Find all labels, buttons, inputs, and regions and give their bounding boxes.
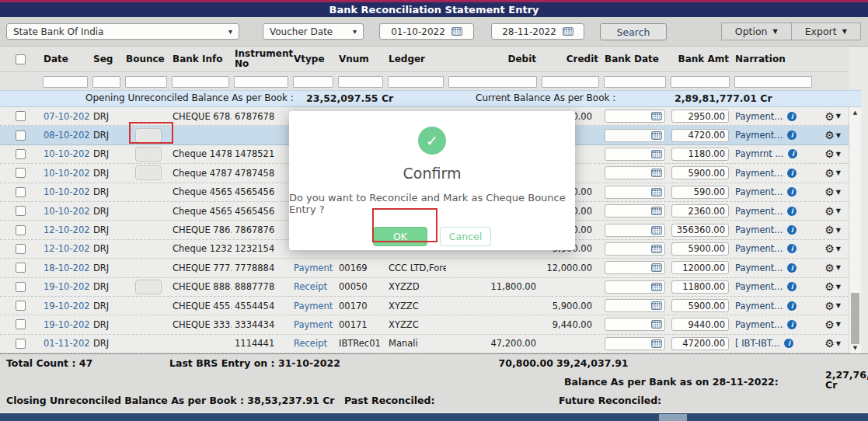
- vtype-cell[interactable]: Receipt: [291, 278, 336, 296]
- calendar-icon[interactable]: [651, 207, 662, 215]
- bank-date-input[interactable]: [605, 261, 665, 274]
- gear-icon[interactable]: ⚙: [824, 148, 835, 159]
- column-filter-input[interactable]: [43, 76, 88, 88]
- caret-down-icon[interactable]: ▼: [836, 245, 841, 252]
- caret-down-icon[interactable]: ▼: [836, 227, 841, 234]
- scroll-up-icon[interactable]: ▲: [849, 110, 861, 116]
- row-checkbox[interactable]: [16, 130, 26, 141]
- bank-amt-input[interactable]: 5900.00: [671, 299, 729, 312]
- date-cell[interactable]: 08-10-2022: [40, 126, 90, 144]
- bank-date-input[interactable]: [605, 166, 665, 179]
- calendar-icon[interactable]: [563, 27, 573, 36]
- bank-date-input[interactable]: [605, 337, 665, 350]
- scroll-down-icon[interactable]: ▼: [849, 345, 861, 351]
- gear-icon[interactable]: ⚙: [824, 281, 835, 292]
- caret-down-icon[interactable]: ▼: [836, 207, 841, 214]
- bounce-button[interactable]: [135, 165, 162, 180]
- bank-amt-input[interactable]: 12000.00: [671, 261, 729, 274]
- calendar-icon[interactable]: [651, 339, 662, 348]
- info-icon[interactable]: i: [787, 169, 797, 178]
- column-filter-input[interactable]: [604, 76, 666, 88]
- row-checkbox[interactable]: [16, 339, 26, 349]
- caret-down-icon[interactable]: ▼: [836, 113, 841, 120]
- calendar-icon[interactable]: [651, 188, 662, 197]
- bank-amt-input[interactable]: 9440.00: [671, 318, 729, 331]
- gear-icon[interactable]: ⚙: [824, 263, 835, 273]
- info-icon[interactable]: i: [787, 301, 797, 311]
- bank-date-input[interactable]: [605, 280, 665, 294]
- bank-date-input[interactable]: [605, 129, 665, 142]
- date-cell[interactable]: 12-10-2022: [40, 221, 90, 238]
- date-cell[interactable]: 19-10-2022: [40, 297, 90, 315]
- calendar-icon[interactable]: [651, 169, 662, 177]
- hscroll-thumb[interactable]: [659, 414, 687, 421]
- date-cell[interactable]: 12-10-2022: [40, 240, 90, 258]
- calendar-icon[interactable]: [651, 150, 662, 158]
- gear-icon[interactable]: ⚙: [824, 168, 835, 179]
- caret-down-icon[interactable]: ▼: [836, 302, 841, 309]
- info-icon[interactable]: i: [787, 187, 797, 197]
- bounce-button[interactable]: [135, 147, 162, 162]
- gear-icon[interactable]: ⚙: [824, 111, 835, 122]
- caret-down-icon[interactable]: ▼: [836, 151, 841, 158]
- caret-down-icon[interactable]: ▼: [836, 189, 841, 196]
- column-filter-input[interactable]: [92, 76, 120, 88]
- bank-date-input[interactable]: [605, 148, 665, 161]
- row-checkbox[interactable]: [16, 319, 26, 329]
- date-cell[interactable]: 10-10-2022: [40, 183, 90, 201]
- search-button[interactable]: Search: [600, 23, 667, 40]
- vtype-cell[interactable]: Receipt: [291, 335, 336, 353]
- row-checkbox[interactable]: [16, 225, 26, 235]
- to-date-input[interactable]: 28-11-2022: [491, 23, 584, 40]
- info-icon[interactable]: i: [787, 112, 797, 121]
- gear-icon[interactable]: ⚙: [824, 130, 835, 141]
- row-checkbox[interactable]: [16, 263, 26, 273]
- bank-amt-input[interactable]: 11800.00: [671, 280, 729, 294]
- column-filter-input[interactable]: [388, 76, 444, 88]
- calendar-icon[interactable]: [651, 131, 662, 140]
- row-checkbox[interactable]: [16, 111, 26, 121]
- vtype-cell[interactable]: Payment: [291, 297, 336, 315]
- caret-down-icon[interactable]: ▼: [836, 321, 841, 328]
- bank-date-input[interactable]: [605, 242, 665, 256]
- calendar-icon[interactable]: [651, 283, 662, 291]
- calendar-icon[interactable]: [651, 245, 662, 253]
- row-checkbox[interactable]: [16, 149, 26, 159]
- option-menu-button[interactable]: Option ▼: [722, 23, 791, 40]
- date-cell[interactable]: 10-10-2022: [40, 145, 90, 163]
- bank-amt-input[interactable]: 5900.00: [671, 242, 729, 256]
- bank-date-input[interactable]: [605, 110, 665, 123]
- info-icon[interactable]: i: [787, 320, 797, 329]
- info-icon[interactable]: i: [788, 149, 797, 158]
- column-filter-input[interactable]: [338, 76, 383, 88]
- column-filter-input[interactable]: [125, 76, 167, 88]
- info-icon[interactable]: i: [787, 207, 797, 216]
- info-icon[interactable]: i: [787, 282, 797, 291]
- date-type-select[interactable]: Voucher Date ▾: [263, 23, 364, 40]
- calendar-icon[interactable]: [651, 320, 662, 329]
- cancel-button[interactable]: Cancel: [440, 227, 491, 246]
- row-checkbox[interactable]: [16, 187, 26, 197]
- row-checkbox[interactable]: [16, 206, 26, 216]
- calendar-icon[interactable]: [651, 301, 662, 310]
- date-cell[interactable]: 01-11-2022: [40, 335, 90, 353]
- date-cell[interactable]: 18-10-2022: [40, 259, 90, 277]
- bank-select[interactable]: State Bank Of India ▾: [6, 23, 239, 40]
- caret-down-icon[interactable]: ▼: [836, 169, 841, 176]
- bank-amt-input[interactable]: 5900.00: [671, 166, 729, 179]
- info-icon[interactable]: i: [787, 244, 797, 253]
- info-icon[interactable]: i: [784, 339, 793, 348]
- gear-icon[interactable]: ⚙: [824, 206, 835, 217]
- caret-down-icon[interactable]: ▼: [836, 340, 841, 347]
- vertical-scrollbar[interactable]: ▲ ▼: [849, 107, 861, 353]
- date-cell[interactable]: 10-10-2022: [40, 164, 90, 182]
- bank-amt-input[interactable]: 590.00: [671, 186, 729, 199]
- export-menu-button[interactable]: Export ▼: [791, 23, 861, 40]
- bank-amt-input[interactable]: 47200.00: [671, 337, 729, 350]
- bank-amt-input[interactable]: 356360.00: [671, 224, 729, 237]
- info-icon[interactable]: i: [787, 263, 797, 273]
- vtype-cell[interactable]: Payment: [291, 259, 336, 277]
- column-filter-input[interactable]: [734, 76, 812, 88]
- date-cell[interactable]: 07-10-2022: [40, 107, 90, 125]
- gear-icon[interactable]: ⚙: [824, 243, 835, 254]
